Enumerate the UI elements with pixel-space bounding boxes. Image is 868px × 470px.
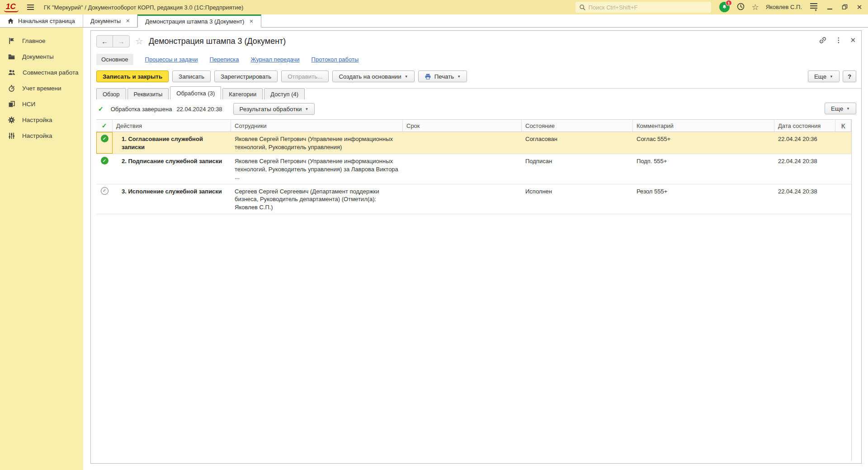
cell-comment: Соглас 555+ — [633, 132, 774, 154]
document-form-panel: ← → ☆ Демонстрация штампа 3 (Документ) ⋮… — [90, 30, 862, 464]
nav-link-correspondence[interactable]: Переписка — [210, 56, 239, 63]
back-button[interactable]: ← — [97, 36, 113, 47]
tab-document-demo[interactable]: Демонстрация штампа 3 (Документ) ✕ — [137, 14, 261, 28]
close-form-icon[interactable]: ✕ — [850, 36, 856, 44]
favorite-star-icon[interactable]: ☆ — [135, 36, 143, 47]
sidebar-item-settings-2[interactable]: Настройка — [0, 128, 83, 144]
help-button[interactable]: ? — [843, 70, 856, 82]
table-row[interactable]: ✓ 1. Согласование служебной записки Яков… — [96, 132, 851, 154]
printer-icon — [425, 73, 431, 80]
save-and-close-button[interactable]: Записать и закрыть — [96, 70, 169, 82]
table-row[interactable]: ✓ 2. Подписание служебной записки Яковле… — [96, 154, 851, 184]
cell-action: 1. Согласование служебной записки — [113, 132, 231, 154]
col-header-k[interactable]: К — [835, 120, 851, 132]
cell-comment: Подп. 555+ — [633, 154, 774, 184]
sidebar-item-label: Совместная работа — [23, 69, 79, 76]
sidebar-item-label: Учет времени — [22, 85, 61, 92]
tab-overview[interactable]: Обзор — [96, 88, 126, 99]
user-name[interactable]: Яковлев С.П. — [766, 4, 802, 10]
table-row[interactable]: ✓ 3. Исполнение служебной записки Сергее… — [96, 184, 851, 215]
tab-home[interactable]: Начальная страница — [0, 14, 83, 27]
history-icon[interactable] — [736, 2, 745, 12]
sidebar-item-documents[interactable]: Документы — [0, 49, 83, 65]
home-icon — [7, 18, 14, 24]
cell-k — [835, 154, 851, 184]
link-icon[interactable] — [819, 36, 827, 44]
search-icon — [579, 4, 586, 11]
col-header-actions[interactable]: Действия — [113, 120, 231, 132]
more-button-top[interactable]: Еще ▼ — [808, 70, 840, 82]
cell-state-date: 22.04.24 20:38 — [774, 154, 835, 184]
book-icon — [8, 100, 15, 108]
window-minimize-icon[interactable] — [826, 3, 834, 11]
tab-label: Документы — [90, 18, 121, 24]
sidebar-item-settings[interactable]: Настройка — [0, 112, 83, 128]
col-header-deadline[interactable]: Срок — [403, 120, 522, 132]
stopwatch-icon — [8, 85, 15, 92]
caret-down-icon: ▼ — [405, 75, 408, 79]
global-search[interactable] — [576, 2, 711, 13]
print-button[interactable]: Печать ▼ — [418, 70, 467, 82]
sliders-icon — [8, 132, 15, 140]
sidebar-item-main[interactable]: Главное — [0, 33, 83, 49]
cell-k — [835, 132, 851, 154]
sidebar: Главное Документы Совместная работа Учет… — [0, 28, 83, 470]
tab-requisites[interactable]: Реквизиты — [127, 88, 169, 99]
forward-button[interactable]: → — [113, 36, 129, 47]
caret-down-icon: ▼ — [457, 75, 461, 79]
favorites-star-icon[interactable]: ☆ — [752, 3, 759, 11]
processing-status-row: ✓ Обработка завершена 22.04.2024 20:38 Р… — [98, 102, 315, 116]
nav-current-main[interactable]: Основное — [96, 54, 133, 65]
nav-link-processes[interactable]: Процессы и задачи — [145, 56, 198, 63]
more-button-processing[interactable]: Еще ▼ — [825, 103, 856, 114]
col-header-comment[interactable]: Комментарий — [633, 120, 774, 132]
tab-categories[interactable]: Категории — [222, 88, 263, 99]
window-restore-icon[interactable] — [840, 3, 849, 11]
sidebar-item-label: Настройка — [22, 132, 52, 139]
processing-results-button[interactable]: Результаты обработки ▼ — [233, 103, 315, 115]
sidebar-item-collaboration[interactable]: Совместная работа — [0, 65, 83, 80]
save-button[interactable]: Записать — [172, 70, 211, 82]
check-filled-icon: ✓ — [101, 135, 108, 142]
tab-processing[interactable]: Обработка (3) — [170, 86, 221, 99]
cell-k — [835, 184, 851, 214]
search-input[interactable] — [589, 4, 708, 11]
send-button[interactable]: Отправить... — [281, 70, 329, 82]
create-based-on-button[interactable]: Создать на основании ▼ — [332, 70, 414, 82]
caret-down-icon: ▼ — [305, 107, 309, 111]
tab-documents[interactable]: Документы ✕ — [83, 14, 137, 27]
sidebar-item-time-tracking[interactable]: Учет времени — [0, 80, 83, 96]
check-outline-icon: ✓ — [101, 187, 108, 195]
col-header-employees[interactable]: Сотрудники — [231, 120, 403, 132]
cell-state: Исполнен — [522, 184, 633, 214]
cell-state-date: 22.04.24 20:36 — [774, 132, 835, 154]
tab-access[interactable]: Доступ (4) — [264, 88, 305, 99]
cell-deadline — [403, 132, 522, 154]
more-label: Еще — [831, 105, 843, 112]
sidebar-item-label: Документы — [22, 53, 54, 60]
sidebar-item-label: Главное — [22, 38, 46, 44]
window-close-icon[interactable]: ✕ — [855, 3, 863, 11]
flag-icon — [8, 37, 15, 45]
create-based-on-label: Создать на основании — [339, 73, 401, 80]
sidebar-item-nsi[interactable]: НСИ — [0, 96, 83, 112]
history-nav-group: ← → — [96, 35, 130, 47]
gear-icon — [8, 116, 15, 124]
sidebar-item-label: НСИ — [22, 101, 35, 108]
nav-link-work-protocol[interactable]: Протокол работы — [311, 56, 359, 63]
tab-close-icon[interactable]: ✕ — [126, 18, 130, 24]
nav-link-transfer-log[interactable]: Журнал передачи — [251, 56, 300, 63]
tab-close-icon[interactable]: ✕ — [249, 19, 253, 24]
cell-deadline — [403, 154, 522, 184]
notifications-bell-icon[interactable]: 1 — [719, 2, 730, 12]
col-header-state[interactable]: Состояние — [522, 120, 633, 132]
more-actions-icon[interactable]: ⋮ — [835, 36, 842, 44]
user-menu-icon[interactable]: ▼ — [809, 2, 819, 12]
status-check-icon: ✓ — [98, 105, 104, 113]
form-page-tabs: Обзор Реквизиты Обработка (3) Категории … — [96, 86, 861, 99]
main-menu-icon[interactable] — [25, 3, 36, 12]
processing-results-label: Результаты обработки — [240, 106, 302, 113]
col-header-state-date[interactable]: Дата состояния — [774, 120, 835, 132]
register-button[interactable]: Зарегистрировать — [214, 70, 278, 82]
cell-employees: Яковлев Сергей Петрович (Управление инфо… — [231, 132, 403, 154]
